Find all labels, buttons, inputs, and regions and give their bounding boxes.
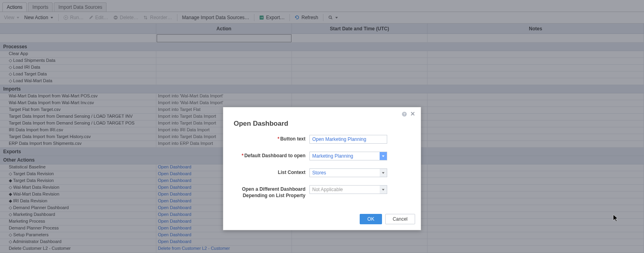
chevron-down-icon bbox=[380, 186, 387, 194]
close-icon[interactable] bbox=[410, 111, 415, 118]
chevron-down-icon bbox=[380, 152, 387, 160]
default-dashboard-select[interactable]: Marketing Planning bbox=[309, 152, 387, 160]
chevron-down-icon bbox=[380, 169, 387, 177]
button-text-input[interactable] bbox=[309, 135, 387, 144]
label-default-dashboard: *Default Dashboard to open bbox=[234, 152, 305, 158]
open-dashboard-dialog: ? Open Dashboard *Button text *Default D… bbox=[223, 107, 421, 230]
open-diff-select[interactable]: Not Applicable bbox=[309, 185, 387, 194]
open-diff-value: Not Applicable bbox=[310, 186, 380, 193]
label-button-text: *Button text bbox=[234, 135, 305, 142]
dialog-title: Open Dashboard bbox=[234, 120, 415, 128]
help-icon[interactable]: ? bbox=[402, 111, 407, 118]
ok-button[interactable]: OK bbox=[360, 214, 382, 224]
label-open-diff: Open a Different Dashboard Depending on … bbox=[234, 185, 305, 199]
list-context-value: Stores bbox=[310, 169, 380, 176]
modal-overlay: ? Open Dashboard *Button text *Default D… bbox=[0, 0, 644, 253]
list-context-select[interactable]: Stores bbox=[309, 168, 387, 177]
cancel-button[interactable]: Cancel bbox=[385, 214, 415, 224]
label-list-context: List Context bbox=[234, 168, 305, 175]
svg-text:?: ? bbox=[403, 112, 406, 116]
default-dashboard-value: Marketing Planning bbox=[310, 152, 380, 160]
